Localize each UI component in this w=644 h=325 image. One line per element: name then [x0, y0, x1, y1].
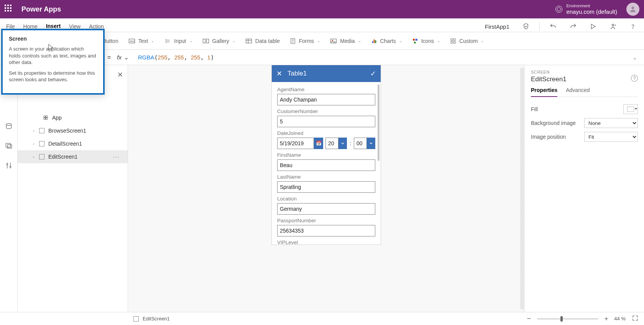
- zoom-in-button[interactable]: +: [605, 315, 608, 322]
- properties-pane: SCREEN EditScreen1 ? Properties Advanced…: [524, 65, 644, 312]
- image-position-select[interactable]: Fit: [584, 132, 638, 142]
- environment-icon: [555, 6, 562, 13]
- app-name: FirstApp1: [485, 23, 509, 30]
- svg-rect-20: [454, 39, 456, 41]
- help-icon[interactable]: [626, 21, 639, 32]
- tooltip-title: Screen: [9, 36, 97, 42]
- svg-rect-15: [373, 39, 375, 43]
- svg-rect-18: [415, 39, 417, 41]
- svg-point-23: [6, 123, 11, 125]
- media-icon: [330, 38, 337, 44]
- tree-app[interactable]: App: [18, 111, 128, 124]
- datejoined-min-input[interactable]: [354, 138, 367, 149]
- tab-properties[interactable]: Properties: [531, 87, 557, 97]
- passport-input[interactable]: [277, 225, 375, 236]
- tree-app-label: App: [52, 115, 62, 121]
- rail-media-icon[interactable]: [5, 142, 13, 150]
- text-menu[interactable]: Abc Text⌄: [128, 38, 154, 44]
- app-launcher-icon[interactable]: [5, 5, 14, 14]
- datejoined-date-input[interactable]: [277, 138, 314, 149]
- charts-menu[interactable]: Charts⌄: [371, 38, 402, 44]
- svg-rect-19: [451, 39, 453, 41]
- svg-point-1: [612, 24, 614, 26]
- submit-icon[interactable]: ✓: [370, 69, 376, 78]
- phone-preview: ✕ Table1 ✓ AgentName CustomerNumber Date…: [272, 65, 381, 245]
- customernumber-label: CustomerNumber: [277, 108, 375, 114]
- media-menu[interactable]: Media⌄: [330, 38, 361, 44]
- environment-picker[interactable]: Environment enayu.com (default): [555, 3, 617, 15]
- agentname-input[interactable]: [277, 94, 375, 105]
- form-title: Table1: [288, 70, 365, 77]
- share-icon[interactable]: [606, 21, 619, 32]
- selection-checkbox-icon[interactable]: [133, 316, 139, 322]
- fit-to-window-icon[interactable]: [632, 315, 639, 323]
- lastname-input[interactable]: [277, 181, 375, 193]
- rail-advanced-icon[interactable]: [5, 162, 12, 171]
- play-icon[interactable]: [586, 21, 600, 32]
- icons-menu[interactable]: Icons⌄: [412, 38, 440, 44]
- svg-rect-24: [6, 143, 10, 147]
- tree-view-pane: ✕ App › BrowseScreen1 › DetailScreen1 › …: [18, 65, 128, 312]
- custom-menu[interactable]: Custom⌄: [450, 38, 484, 44]
- undo-icon[interactable]: [547, 21, 560, 32]
- app-icon: [43, 115, 48, 120]
- svg-point-17: [413, 39, 415, 41]
- firstname-input[interactable]: [277, 159, 375, 171]
- chevron-down-icon[interactable]: [367, 138, 375, 149]
- form-header: ✕ Table1 ✓: [272, 65, 381, 82]
- cancel-icon[interactable]: ✕: [276, 69, 282, 78]
- bg-image-select[interactable]: None: [584, 118, 638, 128]
- help-icon[interactable]: ?: [631, 75, 638, 82]
- agentname-label: AgentName: [277, 87, 375, 92]
- tree-detail-screen[interactable]: › DetailScreen1: [18, 137, 128, 150]
- fill-label: Fill: [531, 106, 538, 112]
- svg-rect-25: [7, 145, 12, 148]
- svg-point-27: [10, 166, 11, 167]
- fx-label[interactable]: fx⌄: [117, 54, 129, 61]
- data-table-button[interactable]: Data table: [245, 38, 280, 44]
- checker-icon[interactable]: [519, 21, 532, 32]
- svg-point-0: [632, 7, 634, 9]
- passport-label: PassportNumber: [277, 218, 375, 223]
- charts-icon: [371, 38, 377, 44]
- zoom-out-button[interactable]: −: [527, 315, 531, 323]
- datejoined-hour-input[interactable]: [325, 138, 338, 149]
- redo-icon[interactable]: [567, 21, 580, 32]
- screen-caption: SCREEN: [531, 70, 638, 74]
- more-icon[interactable]: ···: [113, 154, 120, 160]
- chevron-down-icon[interactable]: [338, 138, 347, 149]
- tree-browse-screen[interactable]: › BrowseScreen1: [18, 124, 128, 137]
- svg-text:Abc: Abc: [130, 39, 135, 43]
- canvas[interactable]: ✕ Table1 ✓ AgentName CustomerNumber Date…: [128, 65, 524, 312]
- svg-point-26: [7, 164, 8, 165]
- screen-icon: [39, 141, 44, 146]
- svg-rect-21: [451, 41, 453, 43]
- fill-swatch[interactable]: [623, 104, 638, 114]
- svg-rect-10: [246, 39, 251, 43]
- close-tree-icon[interactable]: ✕: [117, 71, 123, 79]
- input-icon: [164, 38, 171, 44]
- tab-advanced[interactable]: Advanced: [566, 87, 590, 97]
- location-input[interactable]: [277, 203, 375, 215]
- rail-data-icon[interactable]: [5, 123, 13, 131]
- text-icon: Abc: [128, 38, 135, 44]
- bg-image-label: Background image: [531, 120, 576, 126]
- formula-input[interactable]: RGBA(255, 255, 255, 1): [138, 54, 214, 61]
- svg-rect-14: [372, 41, 373, 43]
- forms-menu[interactable]: Forms⌄: [290, 38, 320, 44]
- zoom-slider[interactable]: [537, 318, 598, 320]
- expand-formula-icon[interactable]: ⌄: [632, 54, 637, 61]
- tree-edit-screen[interactable]: › EditScreen1 ···: [18, 150, 128, 163]
- input-menu[interactable]: Input⌄: [164, 38, 192, 44]
- svg-rect-28: [44, 116, 45, 117]
- tooltip-paragraph: A screen in your application which holds…: [9, 46, 97, 66]
- status-bar: EditScreen1 − + 44 %: [0, 312, 644, 325]
- user-avatar[interactable]: [626, 3, 639, 16]
- customernumber-input[interactable]: [277, 116, 375, 127]
- gallery-menu[interactable]: Gallery⌄: [202, 38, 235, 44]
- chevron-down-icon: ⌄: [124, 54, 129, 61]
- svg-rect-22: [454, 41, 456, 43]
- calendar-icon[interactable]: 📅: [314, 138, 323, 149]
- icons-label: Icons: [421, 38, 434, 44]
- left-rail: [0, 65, 18, 312]
